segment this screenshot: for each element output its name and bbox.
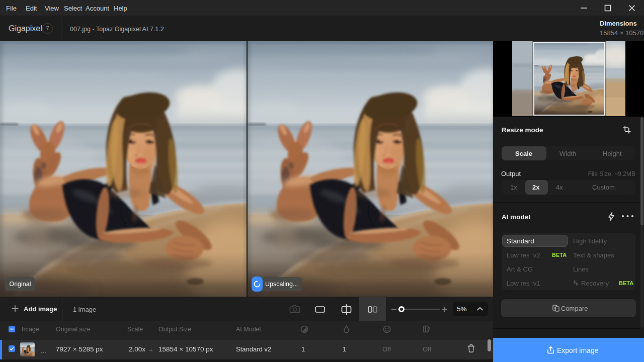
- svg-text:A: A: [554, 306, 556, 310]
